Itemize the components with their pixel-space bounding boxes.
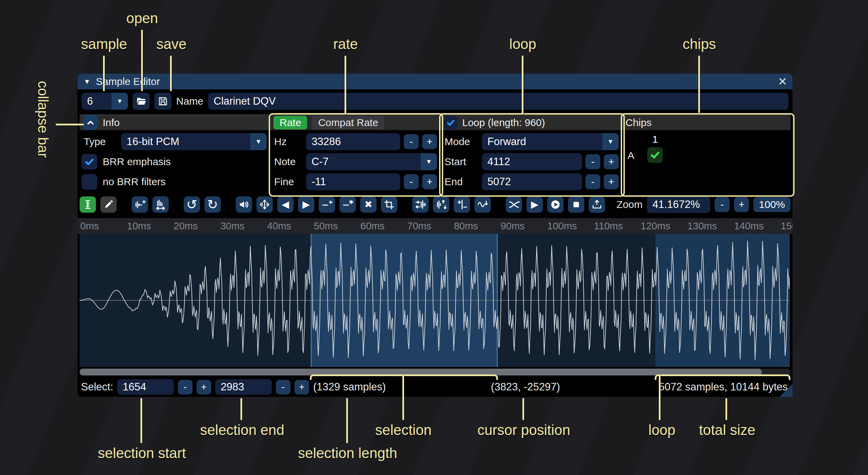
resample-button[interactable]: [152, 196, 169, 213]
edit-mode-draw-button[interactable]: [100, 196, 117, 213]
name-value: Clarinet DQV: [214, 95, 276, 107]
normalize-button[interactable]: [256, 196, 273, 213]
preview-sample-button[interactable]: [547, 196, 564, 213]
ruler-label: 20ms: [174, 221, 198, 232]
check-icon: [446, 118, 456, 128]
loop-end-input[interactable]: 5072: [482, 173, 582, 190]
zoom-input[interactable]: 41.1672%: [647, 196, 710, 213]
fade-in-button[interactable]: ◀: [277, 196, 294, 213]
apply-filter-button[interactable]: [474, 196, 491, 213]
amplify-button[interactable]: [236, 196, 252, 213]
loop-start-input[interactable]: 4112: [482, 153, 582, 170]
waveform-display[interactable]: [80, 234, 790, 367]
ruler-label: 140ms: [734, 221, 764, 232]
wave-normalize-icon: [259, 199, 270, 210]
loop-mode-select[interactable]: Forward ▼: [482, 133, 619, 150]
zoom-out-button[interactable]: -: [715, 197, 730, 212]
fine-increment-button[interactable]: +: [422, 174, 437, 189]
zoom-value: 41.1672%: [652, 198, 700, 211]
type-select[interactable]: 16-bit PCM ▼: [121, 133, 267, 150]
open-sample-button[interactable]: [133, 93, 150, 110]
edit-mode-select-button[interactable]: [80, 196, 96, 213]
loop-bracket: [655, 374, 790, 380]
window-title: Sample Editor: [96, 76, 160, 87]
undo-button[interactable]: ↺: [184, 196, 200, 213]
no-brr-filters-label: no BRR filters: [101, 176, 166, 188]
callout-line-selection: [402, 374, 404, 420]
annotation-rate: rate: [333, 36, 358, 52]
fade-out-button[interactable]: ▶: [298, 196, 314, 213]
loop-end-increment-button[interactable]: +: [604, 174, 619, 189]
trim-button[interactable]: [381, 196, 397, 213]
chip-column-header: 1: [647, 134, 663, 145]
selection-end-increment-button[interactable]: +: [295, 380, 309, 394]
fine-decrement-button[interactable]: -: [404, 174, 419, 189]
undo-icon: ↺: [186, 198, 197, 211]
chevron-down-icon[interactable]: ▼: [421, 153, 437, 170]
no-brr-filters-checkbox[interactable]: [82, 174, 97, 190]
brr-emphasis-checkbox[interactable]: [82, 154, 97, 170]
selection-length-text: (1329 samples): [313, 381, 386, 393]
window-collapse-icon[interactable]: ▼: [84, 78, 90, 86]
redo-button[interactable]: ↻: [204, 196, 221, 213]
ruler-label: 30ms: [220, 221, 245, 232]
zoom-controls: Zoom41.1672%-+100%: [617, 196, 790, 213]
info-panel: Info Type 16-bit PCM ▼: [80, 115, 269, 192]
zoom-reset-button[interactable]: 100%: [753, 197, 790, 212]
select-label: Select:: [81, 381, 113, 393]
tab-compat-rate[interactable]: Compat Rate: [312, 116, 384, 129]
loop-enable-checkbox[interactable]: [444, 116, 457, 129]
hz-label: Hz: [272, 136, 303, 147]
annotation-collapse-bar: collapse bar: [35, 81, 51, 158]
annotation-loop-bottom: loop: [648, 422, 675, 438]
name-input[interactable]: Clarinet DQV: [208, 93, 788, 110]
sample-number-select[interactable]: 6 ▼: [82, 93, 128, 110]
invert-button[interactable]: [433, 196, 449, 213]
chevron-down-icon[interactable]: ▼: [112, 93, 128, 110]
collapse-bar-button[interactable]: [83, 115, 98, 130]
stop-preview-button[interactable]: [568, 196, 584, 213]
hz-value: 33286: [312, 136, 341, 148]
selection-start-decrement-button[interactable]: -: [178, 380, 193, 394]
preview-button[interactable]: ▶: [527, 196, 543, 213]
callout-line-selection-start: [140, 398, 142, 443]
ruler-label: 80ms: [454, 221, 478, 232]
ruler-label: 60ms: [361, 221, 385, 232]
delete-button[interactable]: ✖: [360, 196, 377, 213]
insert-silence-button[interactable]: [319, 196, 335, 213]
loop-start-increment-button[interactable]: +: [604, 154, 619, 169]
callout-line-sample: [103, 56, 105, 91]
hz-input[interactable]: 33286: [306, 133, 400, 150]
chevron-down-icon[interactable]: ▼: [250, 133, 267, 150]
resize-grip[interactable]: [780, 384, 792, 397]
tab-rate[interactable]: Rate: [273, 116, 307, 129]
reverse-button[interactable]: [412, 196, 429, 213]
upload-to-chips-button[interactable]: [589, 196, 605, 213]
signed-unsigned-button[interactable]: [454, 196, 470, 213]
chevron-up-icon: [85, 117, 96, 128]
apply-silence-button[interactable]: [339, 196, 356, 213]
loop-start-decrement-button[interactable]: -: [585, 154, 600, 169]
resize-button[interactable]: [132, 196, 148, 213]
loop-end-decrement-button[interactable]: -: [585, 174, 600, 189]
selection-start-input[interactable]: 1654: [117, 379, 174, 395]
crossfade-loop-button[interactable]: [506, 196, 522, 213]
save-sample-button[interactable]: [154, 93, 171, 110]
selection-start-increment-button[interactable]: +: [197, 380, 211, 394]
floppy-icon: [157, 96, 168, 107]
titlebar[interactable]: ▼ Sample Editor ✕: [78, 74, 792, 89]
fine-input[interactable]: -11: [306, 173, 400, 190]
loop-panel: Loop (length: 960) Mode Forward ▼ Start …: [440, 115, 621, 192]
note-select[interactable]: C-7 ▼: [306, 153, 437, 170]
type-label: Type: [82, 136, 118, 147]
selection-end-input[interactable]: 2983: [215, 379, 272, 395]
close-icon[interactable]: ✕: [778, 75, 787, 88]
zoom-label: Zoom: [617, 199, 643, 210]
hz-decrement-button[interactable]: -: [404, 134, 419, 149]
callout-line-save: [170, 56, 172, 91]
hz-increment-button[interactable]: +: [422, 134, 437, 149]
selection-end-decrement-button[interactable]: -: [276, 380, 290, 394]
chip-enable-checkbox[interactable]: [647, 147, 663, 163]
chevron-down-icon[interactable]: ▼: [602, 133, 619, 150]
zoom-in-button[interactable]: +: [734, 197, 749, 212]
